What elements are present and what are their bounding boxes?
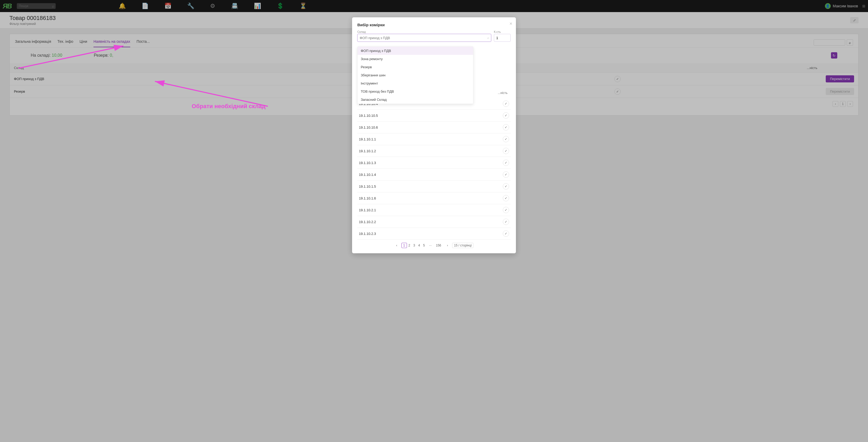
cell-row: 19.1.10.10.5 ✓: [357, 110, 511, 121]
sklad-dropdown: ФОП приход з ПДВЗона ремонтуРезервЗберіг…: [357, 46, 473, 104]
dropdown-item[interactable]: Зона ремонту: [358, 55, 473, 63]
dropdown-item[interactable]: ФОП приход з ПДВ: [358, 47, 473, 55]
cell-name: 19.1.10.10.5: [359, 114, 503, 118]
qty-field: К-сть: [494, 30, 511, 42]
dropdown-search-icon: ⌕: [487, 36, 489, 40]
sklad-field: Склад ⌕ ФОП приход з ПДВЗона ремонтуРезе…: [357, 30, 491, 42]
cell-col-right: ...ність: [496, 90, 509, 96]
sklad-input[interactable]: [357, 34, 491, 42]
dropdown-item[interactable]: Інструмент: [358, 79, 473, 87]
dropdown-item[interactable]: Резерв: [358, 63, 473, 71]
modal-title: Вибір комірки: [357, 23, 511, 27]
cell-select-modal: Вибір комірки × Склад ⌕ ФОП приход з ПДВ…: [352, 17, 516, 121]
cell-select-button[interactable]: ✓: [503, 100, 509, 107]
dropdown-item[interactable]: Зберігання шин: [358, 71, 473, 79]
qty-label: К-сть: [494, 30, 511, 33]
qty-input[interactable]: [494, 34, 511, 42]
dropdown-item[interactable]: ТОВ приход без ПДВ: [358, 87, 473, 96]
sklad-label: Склад: [357, 30, 491, 33]
close-icon[interactable]: ×: [509, 21, 512, 27]
cell-select-button[interactable]: ✓: [503, 112, 509, 119]
dropdown-item[interactable]: Запасний Склад: [358, 96, 473, 104]
